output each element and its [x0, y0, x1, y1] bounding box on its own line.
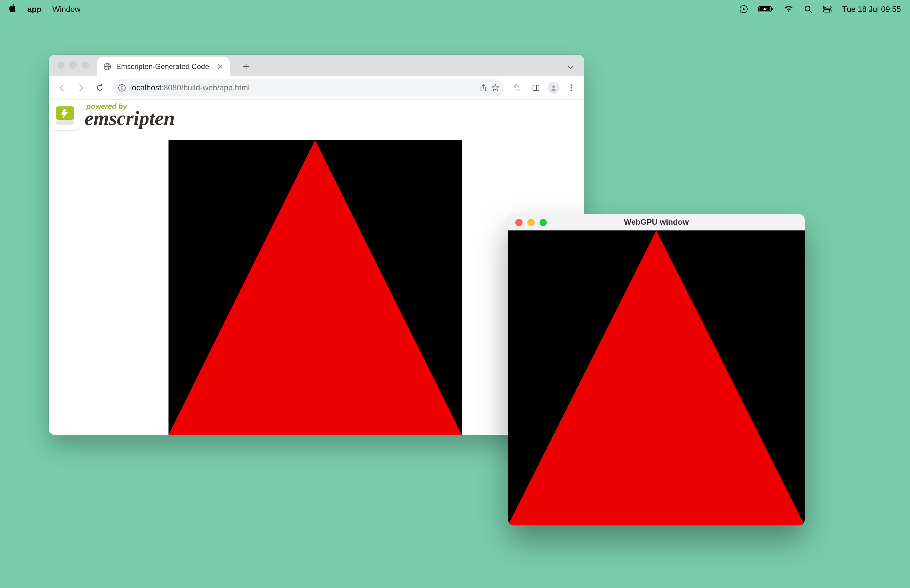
- svg-point-20: [121, 86, 122, 87]
- browser-window: Emscripten-Generated Code localhost:: [48, 55, 584, 435]
- svg-point-28: [571, 84, 572, 86]
- extensions-icon[interactable]: [510, 81, 524, 95]
- browser-tab[interactable]: Emscripten-Generated Code: [97, 57, 230, 76]
- svg-point-9: [824, 7, 826, 8]
- svg-point-30: [571, 90, 572, 91]
- svg-marker-24: [492, 84, 499, 91]
- bookmark-icon[interactable]: [491, 84, 499, 92]
- svg-rect-21: [122, 87, 123, 90]
- svg-marker-1: [743, 8, 745, 11]
- wifi-icon[interactable]: [784, 5, 794, 13]
- emscripten-canvas[interactable]: [168, 140, 462, 435]
- spotlight-icon[interactable]: [804, 5, 812, 13]
- emscripten-wordmark: powered by emscripten: [83, 102, 177, 129]
- close-tab-icon[interactable]: [217, 64, 223, 69]
- native-titlebar: WebGPU window: [508, 214, 805, 231]
- emscripten-header: powered by emscripten: [50, 101, 177, 130]
- chrome-menu-icon[interactable]: [564, 81, 579, 95]
- svg-point-11: [829, 10, 830, 11]
- menubar-clock[interactable]: Tue 18 Jul 09:55: [842, 5, 901, 14]
- menubar-menu-window[interactable]: Window: [52, 5, 80, 14]
- apple-menu-icon[interactable]: [8, 4, 16, 15]
- svg-rect-25: [533, 85, 539, 90]
- battery-icon[interactable]: [758, 5, 773, 13]
- native-canvas[interactable]: [508, 231, 805, 525]
- toolbar-actions: [510, 81, 579, 95]
- forward-button[interactable]: [73, 80, 89, 96]
- window-close-button[interactable]: [57, 61, 65, 69]
- red-triangle: [508, 231, 805, 525]
- tabs-dropdown-button[interactable]: [564, 61, 577, 74]
- sidepanel-icon[interactable]: [529, 81, 543, 95]
- svg-point-29: [571, 87, 572, 89]
- share-icon[interactable]: [479, 84, 487, 92]
- globe-icon: [103, 63, 112, 71]
- control-center-icon[interactable]: [823, 5, 832, 13]
- reload-button[interactable]: [92, 80, 108, 96]
- profile-avatar[interactable]: [548, 82, 559, 94]
- svg-point-27: [552, 85, 555, 87]
- browser-tabstrip: Emscripten-Generated Code: [48, 55, 584, 76]
- svg-rect-3: [772, 8, 773, 10]
- native-traffic-lights: [515, 219, 547, 226]
- screen-record-icon[interactable]: [739, 5, 748, 13]
- window-zoom-button[interactable]: [81, 61, 89, 69]
- address-path: :8080/build-web/app.html: [162, 83, 250, 92]
- macos-menubar: app Window Tue 18 Jul 09:55: [0, 0, 910, 18]
- svg-rect-33: [56, 120, 74, 124]
- menubar-app-name[interactable]: app: [27, 5, 41, 14]
- address-bar-url: localhost:8080/build-web/app.html: [130, 83, 250, 92]
- window-close-button[interactable]: [515, 219, 522, 226]
- window-minimize-button[interactable]: [70, 61, 77, 69]
- new-tab-button[interactable]: [238, 58, 255, 75]
- browser-tab-title: Emscripten-Generated Code: [116, 62, 209, 71]
- svg-line-7: [809, 10, 811, 13]
- address-host: localhost: [130, 83, 162, 92]
- emscripten-name-label: emscripten: [84, 108, 175, 128]
- back-button[interactable]: [54, 80, 70, 96]
- emscripten-logo-icon: [50, 101, 80, 130]
- window-minimize-button[interactable]: [527, 219, 535, 226]
- window-zoom-button[interactable]: [540, 219, 547, 226]
- native-app-window: WebGPU window: [508, 214, 805, 525]
- browser-toolbar: localhost:8080/build-web/app.html: [48, 76, 584, 100]
- site-info-icon[interactable]: [118, 84, 126, 92]
- browser-page: powered by emscripten: [48, 100, 584, 435]
- native-window-title: WebGPU window: [624, 217, 689, 227]
- address-bar[interactable]: localhost:8080/build-web/app.html: [113, 79, 504, 96]
- browser-traffic-lights: [57, 61, 89, 69]
- red-triangle: [168, 140, 462, 435]
